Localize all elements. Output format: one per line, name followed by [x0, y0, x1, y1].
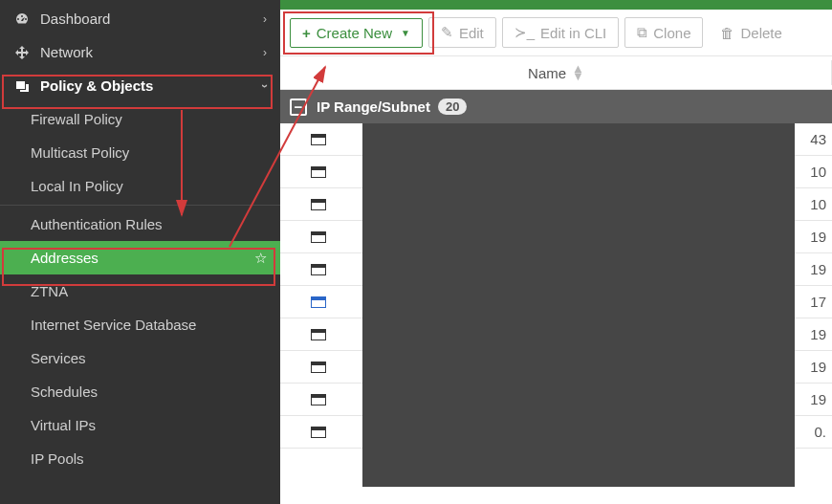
address-icon — [311, 134, 326, 145]
chevron-right-icon: › — [263, 46, 267, 59]
sub-label: Firewall Policy — [31, 111, 122, 127]
pencil-icon: ✎ — [441, 24, 453, 41]
sort-icon: ▲▼ — [572, 65, 584, 80]
sidebar-sub-ztna[interactable]: ZTNA — [0, 274, 280, 308]
cell-value: 19 — [794, 261, 832, 277]
sidebar-sub-multicast-policy[interactable]: Multicast Policy — [0, 136, 280, 169]
cell-value: 19 — [794, 326, 832, 342]
sub-label: Authentication Rules — [31, 216, 163, 232]
collapse-icon[interactable]: − — [290, 99, 307, 116]
sidebar-sub-ip-pools[interactable]: IP Pools — [0, 442, 280, 475]
sidebar: Dashboard › Network › Policy & Objects ›… — [0, 0, 280, 504]
toolbar: + Create New ▼ ✎ Edit ≻_ Edit in CLI ⧉ C… — [280, 10, 832, 56]
sub-label: Local In Policy — [31, 178, 123, 194]
top-green-bar — [280, 0, 832, 10]
sidebar-item-dashboard[interactable]: Dashboard › — [0, 2, 280, 35]
address-icon — [311, 166, 326, 178]
sub-label: Services — [31, 350, 86, 366]
sidebar-item-policy-objects[interactable]: Policy & Objects › — [0, 69, 280, 102]
chevron-right-icon: › — [263, 12, 267, 26]
address-icon — [311, 296, 326, 308]
trash-icon: 🗑 — [720, 25, 734, 41]
sidebar-sub-internet-service-database[interactable]: Internet Service Database — [0, 308, 280, 341]
delete-button[interactable]: 🗑 Delete — [709, 19, 781, 47]
main-content: + Create New ▼ ✎ Edit ≻_ Edit in CLI ⧉ C… — [280, 0, 832, 504]
address-icon — [311, 329, 326, 340]
policy-icon — [13, 78, 31, 94]
edit-cli-button[interactable]: ≻_ Edit in CLI — [502, 17, 620, 48]
sub-label: Schedules — [31, 383, 98, 400]
sidebar-label: Policy & Objects — [40, 77, 263, 94]
dashboard-icon — [13, 11, 31, 27]
sub-label: Internet Service Database — [31, 317, 196, 333]
button-label: Edit in CLI — [540, 25, 606, 41]
cell-value: 0. — [794, 424, 832, 440]
create-new-button[interactable]: + Create New ▼ — [290, 18, 423, 48]
cell-value: 10 — [794, 164, 832, 180]
sub-label: Addresses — [31, 250, 99, 266]
sidebar-sub-addresses[interactable]: Addresses ☆ — [0, 241, 280, 274]
network-icon — [13, 45, 31, 60]
table-rows: 43 10 10 19 19 17 19 19 19 0. — [280, 123, 832, 449]
column-header-name[interactable]: Name ▲▼ — [280, 56, 832, 90]
divider — [0, 205, 280, 206]
sidebar-sub-schedules[interactable]: Schedules — [0, 375, 280, 408]
sidebar-item-network[interactable]: Network › — [0, 35, 280, 69]
sub-label: Virtual IPs — [31, 417, 96, 433]
cell-value: 43 — [794, 131, 832, 147]
sub-label: ZTNA — [31, 283, 68, 299]
dropdown-caret-icon: ▼ — [401, 28, 410, 38]
button-label: Clone — [653, 25, 690, 41]
sub-label: Multicast Policy — [31, 144, 129, 161]
sidebar-sub-firewall-policy[interactable]: Firewall Policy — [0, 102, 280, 136]
sidebar-sub-services[interactable]: Services — [0, 341, 280, 375]
cli-icon: ≻_ — [515, 24, 535, 41]
address-icon — [311, 264, 326, 275]
address-icon — [311, 394, 326, 405]
address-icon — [311, 231, 326, 243]
clone-button[interactable]: ⧉ Clone — [624, 17, 703, 48]
button-label: Delete — [740, 25, 781, 41]
group-row-ip-range[interactable]: − IP Range/Subnet 20 — [280, 90, 832, 123]
sidebar-sub-virtual-ips[interactable]: Virtual IPs — [0, 408, 280, 442]
star-icon[interactable]: ☆ — [254, 250, 267, 267]
group-label: IP Range/Subnet — [317, 99, 430, 115]
button-label: Edit — [459, 25, 484, 41]
cell-value: 19 — [794, 391, 832, 407]
sidebar-sub-authentication-rules[interactable]: Authentication Rules — [0, 208, 280, 241]
sidebar-label: Dashboard — [40, 11, 263, 27]
cell-value: 10 — [794, 196, 832, 212]
button-label: Create New — [317, 25, 392, 41]
cell-value: 17 — [794, 294, 832, 310]
address-icon — [311, 362, 326, 373]
cell-value: 19 — [794, 359, 832, 375]
cell-value: 19 — [794, 229, 832, 245]
plus-icon: + — [302, 25, 311, 41]
edit-button[interactable]: ✎ Edit — [428, 17, 496, 48]
chevron-down-icon: › — [258, 84, 272, 88]
sidebar-sub-local-in-policy[interactable]: Local In Policy — [0, 169, 280, 203]
address-icon — [311, 199, 326, 210]
address-icon — [311, 427, 326, 438]
sidebar-label: Network — [40, 44, 263, 60]
redaction-overlay — [362, 123, 795, 487]
count-badge: 20 — [438, 99, 467, 115]
column-label: Name — [528, 65, 566, 81]
clone-icon: ⧉ — [637, 24, 647, 41]
sub-label: IP Pools — [31, 450, 84, 467]
